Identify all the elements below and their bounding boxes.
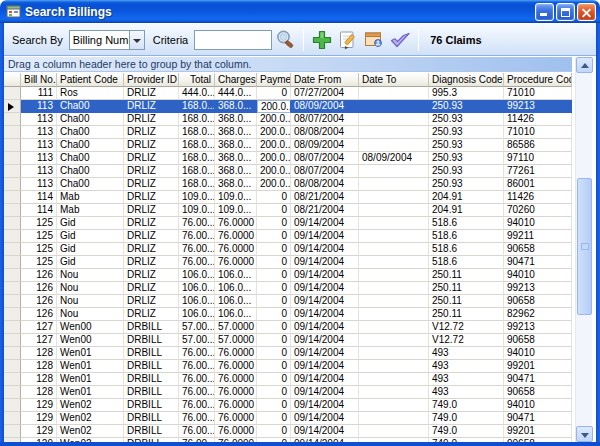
cell-charges[interactable]: 368.0...	[215, 152, 257, 165]
column-header-charges[interactable]: Charges	[215, 73, 257, 87]
cell-diagnosis_code[interactable]: V12.72	[429, 334, 504, 347]
titlebar[interactable]: Search Billings	[0, 0, 600, 23]
cell-provider_id[interactable]: DRLIZ	[124, 256, 179, 269]
cell-diagnosis_code[interactable]: 250.93	[429, 165, 504, 178]
cell-procedure_code[interactable]: 90658	[504, 334, 572, 347]
cell-date_from[interactable]: 08/07/2004	[291, 165, 359, 178]
cell-payment[interactable]: 0	[257, 217, 291, 230]
cell-date_to[interactable]: 08/09/2004	[359, 152, 429, 165]
criteria-input[interactable]	[194, 30, 272, 50]
cell-patient_code[interactable]: Wen02	[57, 412, 124, 425]
search-by-combobox[interactable]: Billing Number	[69, 30, 145, 50]
cell-patient_code[interactable]: Gid	[57, 230, 124, 243]
cell-procedure_code[interactable]: 90658	[504, 386, 572, 399]
cell-date_to[interactable]	[359, 334, 429, 347]
cell-total[interactable]: 168.0...	[179, 113, 215, 126]
cell-date_from[interactable]: 09/14/2004	[291, 282, 359, 295]
cell-charges[interactable]: 76.0000	[215, 347, 257, 360]
cell-procedure_code[interactable]: 90658	[504, 295, 572, 308]
table-row[interactable]: 113Cha00DRLIZ168.0...368.0...200.0...08/…	[4, 113, 572, 126]
cell-date_from[interactable]: 09/14/2004	[291, 308, 359, 321]
cell-date_to[interactable]	[359, 204, 429, 217]
cell-date_to[interactable]	[359, 230, 429, 243]
cell-bill_no[interactable]: 127	[21, 321, 57, 334]
table-row[interactable]: 127Wen00DRBILL57.00...57.0000009/14/2004…	[4, 321, 572, 334]
table-row[interactable]: 113Cha00DRLIZ168.0...368.0...200.0...08/…	[4, 126, 572, 139]
close-button[interactable]	[577, 3, 596, 21]
table-row[interactable]: 114MabDRLIZ109.0...109.0...008/21/200420…	[4, 204, 572, 217]
cell-charges[interactable]: 76.0000	[215, 217, 257, 230]
cell-total[interactable]: 76.00...	[179, 399, 215, 412]
cell-date_to[interactable]	[359, 399, 429, 412]
cell-diagnosis_code[interactable]: 518.6	[429, 256, 504, 269]
cell-patient_code[interactable]: Mab	[57, 204, 124, 217]
cell-provider_id[interactable]: DRBILL	[124, 412, 179, 425]
cell-provider_id[interactable]: DRLIZ	[124, 191, 179, 204]
row-indicator-cell[interactable]	[4, 243, 21, 256]
cell-date_from[interactable]: 09/14/2004	[291, 269, 359, 282]
search-by-dropdown-button[interactable]	[129, 31, 144, 49]
cell-diagnosis_code[interactable]: 518.6	[429, 243, 504, 256]
cell-date_from[interactable]: 09/14/2004	[291, 360, 359, 373]
cell-procedure_code[interactable]: 71010	[504, 87, 572, 100]
cell-payment[interactable]: 0	[257, 347, 291, 360]
cell-date_from[interactable]: 08/08/2004	[291, 126, 359, 139]
cell-date_to[interactable]	[359, 269, 429, 282]
cell-provider_id[interactable]: DRBILL	[124, 386, 179, 399]
cell-date_from[interactable]: 09/14/2004	[291, 295, 359, 308]
cell-charges[interactable]: 109.0...	[215, 191, 257, 204]
add-claim-button[interactable]	[310, 28, 334, 52]
cell-charges[interactable]: 76.0000	[215, 386, 257, 399]
cell-date_to[interactable]	[359, 347, 429, 360]
cell-charges[interactable]: 368.0...	[215, 178, 257, 191]
cell-charges[interactable]: 106.0...	[215, 308, 257, 321]
cell-charges[interactable]: 76.0000	[215, 360, 257, 373]
cell-date_from[interactable]: 09/14/2004	[291, 321, 359, 334]
cell-patient_code[interactable]: Wen00	[57, 334, 124, 347]
cell-charges[interactable]: 444.0...	[215, 87, 257, 100]
cell-charges[interactable]: 106.0...	[215, 282, 257, 295]
cell-date_to[interactable]	[359, 308, 429, 321]
cell-patient_code[interactable]: Ros	[57, 87, 124, 100]
cell-diagnosis_code[interactable]: 250.11	[429, 295, 504, 308]
cell-payment[interactable]: 200.0...	[257, 113, 291, 126]
column-header-diagnosis_code[interactable]: Diagnosis Code	[429, 73, 504, 87]
cell-total[interactable]: 76.00...	[179, 217, 215, 230]
vertical-scrollbar[interactable]	[575, 57, 592, 442]
table-row[interactable]: 113Cha00DRLIZ168.0...368.0...200.0...08/…	[4, 152, 572, 165]
cell-provider_id[interactable]: DRBILL	[124, 334, 179, 347]
cell-date_to[interactable]	[359, 425, 429, 438]
cell-total[interactable]: 168.0...	[179, 126, 215, 139]
cell-provider_id[interactable]: DRLIZ	[124, 282, 179, 295]
row-indicator-cell[interactable]	[4, 282, 21, 295]
cell-procedure_code[interactable]: 94010	[504, 217, 572, 230]
cell-charges[interactable]: 76.0000	[215, 412, 257, 425]
group-by-bar[interactable]: Drag a column header here to group by th…	[4, 57, 572, 72]
cell-bill_no[interactable]: 113	[21, 165, 57, 178]
cell-diagnosis_code[interactable]: 204.91	[429, 191, 504, 204]
maximize-button[interactable]	[556, 3, 575, 21]
cell-provider_id[interactable]: DRLIZ	[124, 217, 179, 230]
cell-bill_no[interactable]: 113	[21, 178, 57, 191]
cell-patient_code[interactable]: Cha00	[57, 139, 124, 152]
cell-diagnosis_code[interactable]: 250.93	[429, 152, 504, 165]
cell-diagnosis_code[interactable]: 493	[429, 386, 504, 399]
cell-charges[interactable]: 368.0...	[215, 113, 257, 126]
column-header-date_to[interactable]: Date To	[359, 73, 429, 87]
cell-procedure_code[interactable]: 86001	[504, 178, 572, 191]
cell-charges[interactable]: 106.0...	[215, 269, 257, 282]
table-row[interactable]: 125GidDRLIZ76.00...76.0000009/14/2004518…	[4, 230, 572, 243]
cell-diagnosis_code[interactable]: 493	[429, 360, 504, 373]
cell-diagnosis_code[interactable]: 493	[429, 347, 504, 360]
scrollbar-thumb[interactable]	[577, 178, 592, 315]
table-row[interactable]: 113Cha00DRLIZ168.0...368.0...200.0...08/…	[4, 178, 572, 191]
cell-provider_id[interactable]: DRLIZ	[124, 204, 179, 217]
cell-diagnosis_code[interactable]: 749.0	[429, 399, 504, 412]
cell-total[interactable]: 106.0...	[179, 269, 215, 282]
table-row[interactable]: 125GidDRLIZ76.00...76.0000009/14/2004518…	[4, 217, 572, 230]
cell-charges[interactable]: 57.0000	[215, 334, 257, 347]
cell-payment[interactable]: 0	[257, 295, 291, 308]
cell-date_from[interactable]: 09/14/2004	[291, 347, 359, 360]
cell-date_from[interactable]: 08/21/2004	[291, 204, 359, 217]
cell-total[interactable]: 76.00...	[179, 243, 215, 256]
